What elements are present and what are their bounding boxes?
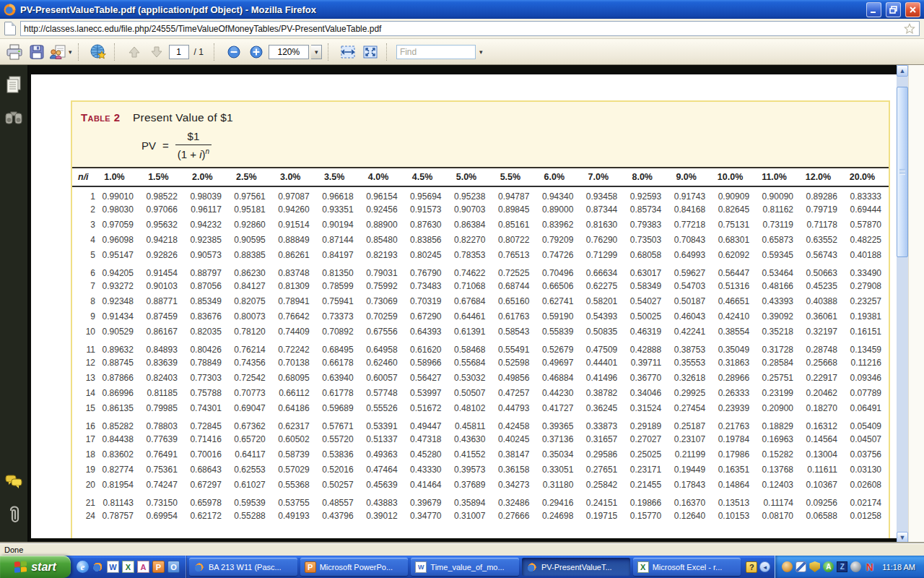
pv-value-cell: 0.99010 (97, 186, 141, 202)
pv-value-cell: 0.45811 (449, 415, 493, 431)
hide-icons-chevron[interactable]: ◂ (759, 561, 770, 572)
taskbar-task-button[interactable]: Microsoft Excel - r... (633, 558, 741, 576)
pv-value-cell: 0.90529 (97, 324, 141, 339)
outlook-quicklaunch-icon[interactable] (167, 561, 180, 573)
zoom-dropdown-button[interactable]: ▾ (311, 45, 322, 59)
mcafee-shield-tray-icon[interactable] (809, 561, 820, 572)
pv-value-cell: 0.02608 (845, 477, 889, 492)
pv-value-cell: 0.84197 (317, 247, 361, 262)
pv-value-cell: 0.51337 (361, 431, 405, 447)
updates-tray-icon[interactable] (850, 561, 861, 572)
scroll-down-button[interactable]: ▼ (897, 532, 908, 543)
pv-value-cell: 0.47257 (492, 385, 536, 400)
pv-value-cell: 0.28966 (712, 370, 757, 385)
fit-width-button[interactable] (338, 42, 358, 62)
scrollbar-track[interactable] (897, 77, 908, 532)
pv-value-cell: 0.36158 (492, 462, 536, 477)
vertical-scrollbar[interactable]: ▲ ▼ (897, 65, 908, 543)
start-button[interactable]: start (0, 556, 71, 578)
taskbar-task-button[interactable]: Time_value_of_mo... (411, 558, 519, 576)
attachments-paperclip-icon[interactable] (4, 506, 23, 525)
collaborate-dropdown-arrow[interactable]: ▾ (69, 48, 72, 56)
search-binoculars-icon[interactable] (4, 108, 23, 127)
pv-period-cell: 4 (72, 232, 97, 247)
pv-value-cell: 0.38782 (580, 385, 624, 400)
novell-tray-icon[interactable] (864, 561, 875, 572)
taskbar-task-button[interactable]: Microsoft PowerPo... (300, 558, 409, 576)
pv-value-cell: 0.90103 (141, 278, 185, 293)
zoom-in-button[interactable] (246, 42, 266, 62)
excel-quicklaunch-icon[interactable] (122, 561, 134, 573)
access-quicklaunch-icon[interactable] (137, 561, 149, 573)
pv-table-row: 110.896320.848930.804260.762140.722420.6… (72, 339, 889, 355)
pv-value-cell: 0.19866 (624, 492, 668, 508)
z-tray-icon[interactable] (837, 561, 847, 572)
zoom-out-icon (227, 46, 240, 59)
pv-value-cell: 0.74409 (273, 324, 317, 339)
taskbar-task-button[interactable]: BA 213 W11 (Pasc... (189, 558, 297, 576)
pv-value-cell: 0.92456 (361, 202, 405, 217)
notification-chip[interactable]: ? (746, 561, 757, 573)
pdf-document-area: Table 2 Present Value of $1 PV = $1 (1 +… (29, 65, 897, 543)
powerpoint-quicklaunch-icon[interactable] (152, 561, 165, 573)
firefox-window: PV-PresentValueTable.pdf (application/pd… (0, 0, 924, 578)
scroll-up-button[interactable]: ▲ (897, 65, 908, 77)
pv-value-cell: 0.40188 (845, 247, 889, 262)
pv-value-cell: 0.18270 (801, 400, 845, 415)
pv-value-cell: 0.74622 (449, 262, 493, 278)
pv-value-cell: 0.47318 (405, 431, 449, 447)
pv-value-cell: 0.58201 (580, 293, 624, 309)
pv-value-cell: 0.18829 (757, 415, 801, 431)
firefox-quicklaunch-icon[interactable] (92, 561, 104, 573)
firefox-icon (4, 4, 16, 16)
pv-value-cell: 0.23107 (668, 431, 712, 447)
fit-page-button[interactable] (360, 42, 380, 62)
pv-value-cell: 0.58468 (449, 339, 493, 355)
bookmark-star-icon[interactable] (903, 22, 916, 35)
url-text[interactable]: http://classes.lanecc.edu/file.php/24555… (24, 24, 900, 34)
pv-table-header-panel: Table 2 Present Value of $1 PV = $1 (1 +… (72, 102, 889, 168)
green-a-tray-icon[interactable] (823, 561, 834, 572)
url-field[interactable]: http://classes.lanecc.edu/file.php/24555… (20, 21, 920, 36)
pv-value-cell: 0.57870 (845, 217, 889, 232)
zoom-out-button[interactable] (224, 42, 244, 62)
pv-value-cell: 0.32486 (492, 492, 536, 508)
find-dropdown-arrow[interactable]: ▾ (479, 48, 483, 56)
pv-value-cell: 0.63017 (624, 262, 668, 278)
pv-value-cell: 0.91454 (141, 262, 185, 278)
close-button[interactable] (905, 2, 920, 17)
find-input[interactable] (396, 45, 476, 59)
print-button[interactable] (4, 42, 25, 62)
table-label: Table 2 (81, 111, 133, 124)
comments-panel-icon[interactable] (4, 473, 23, 491)
title-bar[interactable]: PV-PresentValueTable.pdf (application/pd… (0, 0, 924, 19)
pv-table-row: 170.844380.776390.714160.657200.605020.5… (72, 431, 889, 447)
toolbar-separator (214, 43, 218, 61)
pv-value-cell: 0.81309 (273, 278, 317, 293)
pv-value-cell: 0.50507 (449, 385, 493, 400)
minimize-button[interactable] (866, 2, 881, 17)
messenger-tray-icon[interactable] (796, 561, 806, 572)
pv-value-cell: 0.23257 (845, 293, 889, 309)
pv-value-cell: 0.35553 (668, 355, 712, 370)
next-page-button[interactable] (147, 42, 167, 62)
word-quicklaunch-icon[interactable] (107, 561, 119, 573)
pages-panel-icon[interactable] (4, 75, 23, 94)
restore-button[interactable] (886, 2, 901, 17)
pv-value-cell: 0.40245 (492, 431, 536, 447)
pv-value-cell: 0.91514 (273, 217, 317, 232)
email-collaborate-button[interactable]: ▾ (49, 42, 72, 62)
agent-tray-icon[interactable] (782, 561, 793, 572)
zoom-level-value[interactable]: 120% (269, 45, 309, 59)
internet-explorer-quicklaunch-icon[interactable] (77, 561, 89, 573)
pv-value-cell: 0.12640 (668, 508, 712, 523)
scrollbar-thumb[interactable] (897, 87, 908, 257)
save-button[interactable] (27, 42, 47, 62)
page-number-input[interactable] (169, 45, 189, 59)
previous-page-button[interactable] (124, 42, 144, 62)
taskbar-task-button[interactable]: PV-PresentValueT... (522, 558, 630, 576)
pv-value-cell: 0.46884 (536, 370, 580, 385)
pv-value-cell: 0.69954 (141, 508, 185, 523)
review-comment-button[interactable] (88, 42, 108, 62)
pv-value-cell: 0.46043 (668, 309, 712, 324)
